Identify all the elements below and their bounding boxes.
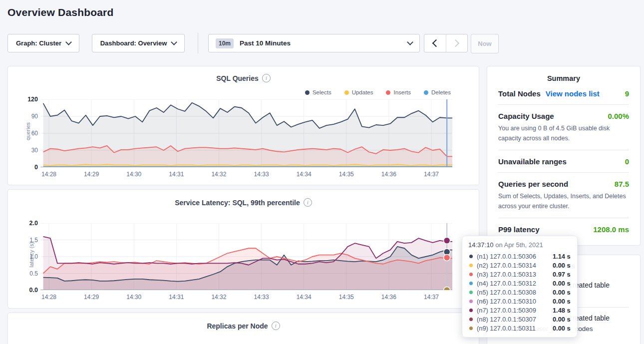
node-latency-value: 0.00 s bbox=[553, 316, 571, 323]
x-axis-tick: 14:29 bbox=[79, 294, 103, 301]
node-latency-value: 0.00 s bbox=[553, 280, 571, 287]
series-dot bbox=[469, 291, 473, 294]
legend-item[interactable]: Inserts bbox=[386, 89, 411, 95]
node-latency-value: 0.97 s bbox=[553, 271, 571, 278]
chart-canvas[interactable] bbox=[40, 99, 452, 167]
divider bbox=[498, 150, 629, 150]
info-icon[interactable]: i bbox=[304, 198, 312, 207]
chart-canvas[interactable] bbox=[40, 223, 452, 290]
x-axis-tick: 14:36 bbox=[377, 171, 401, 178]
sql-queries-legend: SelectsUpdatesInsertsDeletes bbox=[305, 89, 451, 95]
time-forward-button[interactable] bbox=[446, 34, 468, 52]
x-axis-tick: 14:33 bbox=[250, 171, 274, 178]
qps-desc: Sum of Selects, Updates, Inserts, and De… bbox=[487, 191, 638, 211]
sql-queries-chart-title: SQL Queries i bbox=[8, 74, 479, 82]
y-axis-tick: 1.5 bbox=[16, 237, 38, 244]
node-latency-value: 1.14 s bbox=[553, 253, 571, 260]
x-axis-tick: 14:30 bbox=[122, 171, 146, 178]
dashboard-dropdown[interactable]: Dashboard: Overview bbox=[92, 34, 185, 52]
summary-row-qps: Queries per second 87.5 bbox=[487, 180, 640, 188]
y-axis-tick: 90 bbox=[16, 113, 38, 120]
x-axis-tick: 14:35 bbox=[334, 171, 358, 178]
y-axis-tick: 0.0 bbox=[16, 287, 38, 294]
node-latency-value: 1.48 s bbox=[553, 307, 571, 314]
chevron-down-icon bbox=[171, 39, 177, 45]
service-latency-chart-title: Service Latency: SQL, 99th percentile i bbox=[8, 198, 479, 207]
node-address: (n3) 127.0.0.1:50313 bbox=[477, 271, 553, 278]
x-axis-tick: 14:31 bbox=[164, 294, 188, 301]
x-axis-tick: 14:35 bbox=[334, 294, 358, 301]
y-axis-tick: 0.5 bbox=[16, 270, 38, 277]
node-latency-value: 0.00 s bbox=[553, 298, 571, 305]
y-axis-tick: 120 bbox=[16, 96, 38, 103]
summary-row-p99: P99 latency 1208.0 ms bbox=[487, 225, 640, 234]
legend-item[interactable]: Selects bbox=[305, 89, 331, 95]
capacity-usage-desc: You are using 0 B of 4.5 GiB usable disk… bbox=[487, 123, 634, 143]
node-address: (n8) 127.0.0.1:50307 bbox=[477, 316, 553, 323]
chart-hover-tooltip: 14:37:10 on Apr 5th, 2021 (n1) 127.0.0.1… bbox=[462, 236, 578, 338]
summary-row-capacity: Capacity Usage 0.00% bbox=[487, 112, 640, 120]
tooltip-node-row: (n1) 127.0.0.1:503061.14 s bbox=[468, 252, 571, 261]
replicas-chart-title: Replicas per Node i bbox=[8, 322, 479, 330]
tooltip-node-row: (n7) 127.0.0.1:503091.48 s bbox=[468, 306, 571, 315]
x-axis-tick: 14:36 bbox=[377, 294, 401, 301]
legend-item[interactable]: Deletes bbox=[424, 89, 451, 95]
x-axis-tick: 14:37 bbox=[419, 171, 443, 178]
series-dot bbox=[469, 300, 473, 303]
node-latency-value: 0.00 s bbox=[553, 289, 571, 296]
tooltip-node-row: (n8) 127.0.0.1:503070.00 s bbox=[468, 315, 571, 324]
series-dot bbox=[469, 264, 473, 267]
legend-item[interactable]: Updates bbox=[344, 89, 373, 95]
replicas-chart-panel: Replicas per Node i bbox=[7, 313, 479, 344]
time-back-button[interactable] bbox=[424, 34, 446, 52]
tooltip-node-row: (n3) 127.0.0.1:503130.97 s bbox=[468, 270, 571, 279]
series-dot bbox=[469, 327, 473, 330]
x-axis-tick: 14:28 bbox=[37, 294, 61, 301]
x-axis-tick: 14:32 bbox=[207, 171, 231, 178]
node-address: (n4) 127.0.0.1:50312 bbox=[477, 280, 553, 287]
summary-row-total-nodes: Total Nodes View nodes list 9 bbox=[487, 89, 640, 98]
graph-scope-dropdown[interactable]: Graph: Cluster bbox=[7, 34, 79, 52]
divider bbox=[498, 218, 629, 218]
graph-scope-label: Graph: Cluster bbox=[16, 39, 61, 47]
x-axis-tick: 14:29 bbox=[79, 171, 103, 178]
node-address: (n6) 127.0.0.1:50310 bbox=[477, 298, 553, 305]
info-icon[interactable]: i bbox=[262, 74, 271, 82]
now-button[interactable]: Now bbox=[471, 34, 499, 53]
chevron-down-icon bbox=[407, 39, 413, 45]
series-dot bbox=[469, 282, 473, 285]
y-axis-tick: 30 bbox=[16, 147, 38, 154]
tooltip-node-row: (n5) 127.0.0.1:503080.00 s bbox=[468, 288, 571, 297]
view-nodes-list-link[interactable]: View nodes list bbox=[546, 89, 600, 98]
x-axis-tick: 14:32 bbox=[207, 294, 231, 301]
x-axis-tick: 14:34 bbox=[292, 171, 316, 178]
tooltip-node-row: (n4) 127.0.0.1:503120.00 s bbox=[468, 279, 571, 288]
toolbar-divider bbox=[198, 33, 198, 53]
node-latency-value: 0.00 s bbox=[553, 262, 571, 269]
summary-row-unavailable: Unavailable ranges 0 bbox=[487, 157, 640, 166]
chevron-right-icon bbox=[452, 39, 460, 47]
overview-dashboard-page: Overview Dashboard Graph: Cluster Dashbo… bbox=[0, 0, 644, 344]
chevron-left-icon bbox=[432, 39, 440, 47]
time-range-dropdown[interactable]: 10m Past 10 Minutes bbox=[208, 34, 420, 52]
divider bbox=[498, 104, 629, 105]
series-dot bbox=[469, 255, 473, 258]
node-address: (n7) 127.0.0.1:50309 bbox=[477, 307, 553, 314]
time-window-label: Past 10 Minutes bbox=[240, 39, 291, 47]
x-axis-tick: 14:37 bbox=[419, 294, 443, 301]
tooltip-timestamp: 14:37:10 on Apr 5th, 2021 bbox=[468, 241, 571, 249]
x-axis-tick: 14:33 bbox=[250, 294, 274, 301]
time-nav-group bbox=[424, 34, 468, 52]
node-address: (n2) 127.0.0.1:50314 bbox=[477, 262, 553, 269]
tooltip-node-row: (n6) 127.0.0.1:503100.00 s bbox=[468, 297, 571, 306]
legend-dot bbox=[386, 90, 390, 95]
summary-panel: Summary Total Nodes View nodes list 9 Ca… bbox=[487, 66, 641, 246]
y-axis-tick: 60 bbox=[16, 130, 38, 137]
time-window-badge: 10m bbox=[216, 38, 234, 48]
info-icon[interactable]: i bbox=[272, 322, 280, 330]
x-axis-tick: 14:30 bbox=[122, 294, 146, 301]
dashboard-label: Dashboard: Overview bbox=[100, 39, 167, 47]
series-dot bbox=[469, 273, 473, 276]
x-axis-tick: 14:34 bbox=[292, 294, 316, 301]
p99-latency-value: 1208.0 ms bbox=[593, 225, 629, 234]
